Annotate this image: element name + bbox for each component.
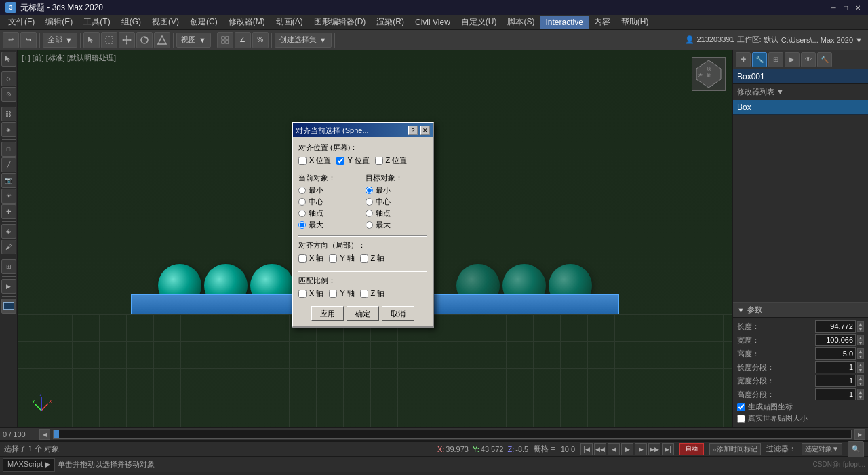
current-center-row: 中心 (298, 197, 360, 207)
dialog-title-bar[interactable]: 对齐当前选择 (Sphe... ? ✕ (293, 124, 433, 137)
target-object-label: 目标对象： (366, 173, 427, 183)
align-dialog: 对齐当前选择 (Sphe... ? ✕ 对齐位置 (屏幕)： X 位置 Y 位置 (292, 122, 434, 328)
orient-z-row: Z 轴 (360, 253, 385, 263)
scale-z-label: Z 轴 (371, 288, 385, 299)
target-min-label: 最小 (376, 185, 391, 195)
current-pivot-radio[interactable] (298, 210, 306, 217)
y-pos-label: Y 位置 (347, 155, 369, 166)
align-position-label: 对齐位置 (屏幕)： (298, 142, 427, 153)
x-pos-row: X 位置 (298, 155, 331, 166)
scale-z-checkbox[interactable] (360, 290, 368, 298)
cancel-button[interactable]: 取消 (382, 306, 414, 321)
target-pivot-row: 轴点 (366, 208, 427, 218)
orient-y-label: Y 轴 (340, 253, 354, 263)
current-pivot-label: 轴点 (309, 208, 323, 218)
scale-z-row: Z 轴 (360, 288, 385, 299)
target-pivot-label: 轴点 (376, 208, 391, 218)
scale-y-row: Y 轴 (329, 288, 354, 299)
current-target-section: 当前对象： 最小 中心 轴点 最大 (298, 173, 427, 231)
scale-x-checkbox[interactable] (298, 290, 307, 298)
target-max-label: 最大 (376, 220, 391, 230)
z-pos-label: Z 位置 (386, 155, 408, 166)
orient-x-checkbox[interactable] (298, 254, 307, 263)
current-center-radio[interactable] (298, 198, 306, 206)
scale-x-label: X 轴 (309, 288, 323, 299)
current-center-label: 中心 (309, 197, 323, 207)
dialog-buttons: 应用 确定 取消 (298, 306, 427, 321)
current-max-radio[interactable] (298, 221, 306, 229)
target-center-radio[interactable] (366, 198, 373, 206)
current-object-label: 当前对象： (298, 173, 360, 183)
apply-button[interactable]: 应用 (311, 306, 344, 321)
x-pos-checkbox[interactable] (298, 157, 307, 165)
current-object-col: 当前对象： 最小 中心 轴点 最大 (298, 173, 360, 231)
dialog-content: 对齐位置 (屏幕)： X 位置 Y 位置 Z 位置 当前对象： (293, 137, 433, 326)
target-min-radio[interactable] (366, 187, 373, 194)
ok-button[interactable]: 确定 (347, 306, 379, 321)
current-min-label: 最小 (309, 185, 323, 195)
target-max-radio[interactable] (366, 221, 373, 229)
orient-y-checkbox[interactable] (329, 254, 337, 263)
current-min-row: 最小 (298, 185, 360, 195)
dialog-help-button[interactable]: ? (408, 126, 418, 135)
dialog-divider-2 (298, 271, 427, 271)
orient-z-label: Z 轴 (371, 253, 385, 263)
target-object-col: 目标对象： 最小 中心 轴点 最大 (366, 173, 427, 231)
target-pivot-radio[interactable] (366, 210, 373, 217)
current-max-row: 最大 (298, 220, 360, 230)
scale-x-row: X 轴 (298, 288, 323, 299)
x-pos-label: X 位置 (309, 155, 331, 166)
y-pos-checkbox[interactable] (336, 157, 344, 165)
current-min-radio[interactable] (298, 187, 306, 194)
scale-y-label: Y 轴 (340, 288, 354, 299)
target-center-label: 中心 (376, 197, 391, 207)
target-center-row: 中心 (366, 197, 427, 207)
current-pivot-row: 轴点 (298, 208, 360, 218)
dialog-overlay: 对齐当前选择 (Sphe... ? ✕ 对齐位置 (屏幕)： X 位置 Y 位置 (0, 0, 868, 475)
z-pos-checkbox[interactable] (375, 157, 383, 165)
orient-x-label: X 轴 (309, 253, 323, 263)
dialog-title-text: 对齐当前选择 (Sphe... (296, 126, 369, 136)
dialog-controls: ? ✕ (408, 126, 430, 135)
orient-x-row: X 轴 (298, 253, 323, 263)
align-orientation-label: 对齐方向（局部）： (298, 240, 427, 250)
y-pos-row: Y 位置 (336, 155, 369, 166)
z-pos-row: Z 位置 (375, 155, 408, 166)
dialog-divider-1 (298, 235, 427, 236)
dialog-close-button[interactable]: ✕ (420, 126, 430, 135)
match-scale-label: 匹配比例： (298, 276, 427, 286)
current-max-label: 最大 (309, 220, 323, 230)
orient-y-row: Y 轴 (329, 253, 354, 263)
target-max-row: 最大 (366, 220, 427, 230)
scale-y-checkbox[interactable] (329, 290, 337, 298)
orient-z-checkbox[interactable] (360, 254, 368, 263)
target-min-row: 最小 (366, 185, 427, 195)
